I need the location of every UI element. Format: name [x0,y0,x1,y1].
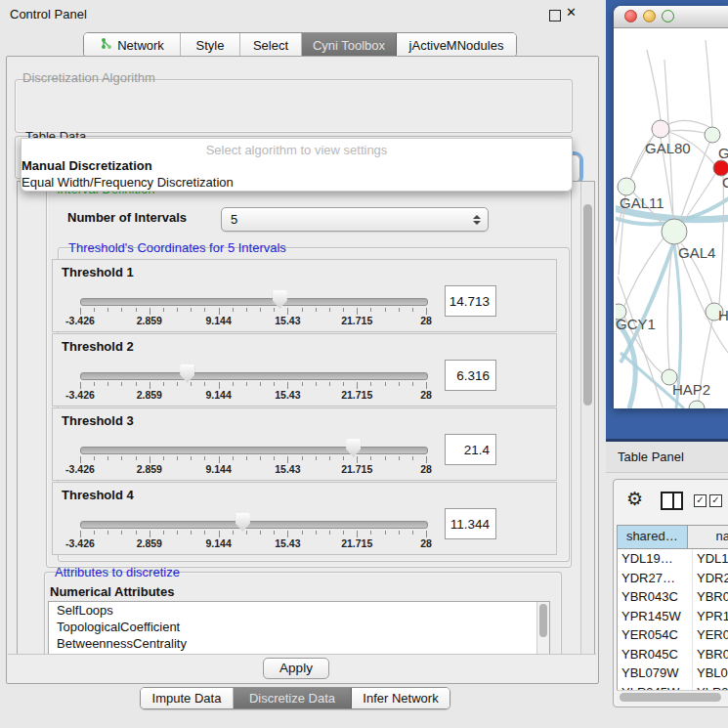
cell-name: YER0 [693,625,728,645]
slider-tick-label: -3.426 [65,389,95,401]
slider-tick [150,531,150,537]
slider-thumb[interactable] [346,439,361,457]
cell-shared-name: YER054C [618,625,693,645]
settings-scrollbar[interactable] [580,182,594,655]
slider-tick [357,308,358,315]
slider-tick-label: 15.43 [275,389,300,401]
numerical-attributes-list[interactable]: SelfLoopsTopologicalCoefficientBetweenne… [48,601,550,655]
tab-style[interactable]: Style [181,33,240,57]
panel-title: Control Panel [10,7,87,21]
algorithm-option[interactable]: Manual Discretization [21,157,572,174]
slider-track[interactable] [80,521,428,529]
slider-tick-label: 9.144 [205,537,231,549]
slider-track[interactable] [80,298,428,306]
attribute-item[interactable]: TopologicalCoefficient [49,619,549,635]
tab-jactivemnodules[interactable]: jActiveMNodules [397,33,516,57]
slider-tick-label: 21.715 [341,537,372,549]
gear-icon[interactable]: ⚙ [626,488,643,509]
attribute-item[interactable]: BetweennessCentrality [49,635,549,652]
threshold-value-field[interactable]: 11.344 [445,508,496,539]
checkbox-icon[interactable]: ✓ [694,494,707,507]
slider-thumb[interactable] [236,513,250,532]
tab-cyni-toolbox[interactable]: Cyni Toolbox [302,33,397,57]
slider-tick [204,456,205,460]
network-edge[interactable] [618,277,663,407]
slider-track[interactable] [80,372,428,380]
table-row[interactable]: YBR043CYBR0 [618,587,728,607]
table-row[interactable]: YPR145WYPR1 [618,607,728,626]
slider-tick [136,531,137,535]
slider-tick [219,531,220,537]
tab-label: Cyni Toolbox [313,38,385,53]
slider-tick [260,382,261,386]
algorithm-hint: Select algorithm to view settings [21,139,572,157]
algorithm-option[interactable]: Equal Width/Frequency Discretization [21,174,572,191]
network-edge[interactable] [624,238,664,306]
network-edge[interactable] [706,40,712,127]
tab-label: Network [117,38,164,53]
slider-tick [204,382,205,386]
table-row[interactable]: YBL079WYBL0 [618,664,728,683]
slider-tick [370,456,371,460]
tab-network[interactable]: Network [84,33,181,57]
minimize-traffic-light[interactable] [643,10,656,22]
slider-tick [204,531,205,535]
float-window-icon[interactable] [549,10,561,21]
network-canvas[interactable]: GAL80GACGAL11GAL4GCY1HHAP2 [616,28,728,408]
slider-tick-label: 2.859 [137,537,162,549]
network-node[interactable] [652,120,669,138]
threshold-label: Threshold 4 [62,488,134,502]
zoom-traffic-light[interactable] [662,10,674,22]
column-layout-icon[interactable] [661,492,683,510]
combo-stepper-icon [472,215,481,225]
table-row[interactable]: YBR045CYBR0 [618,645,728,664]
network-window-titlebar[interactable] [614,6,728,28]
slider-thumb[interactable] [273,290,287,309]
threshold-value-field[interactable]: 21.4 [445,434,496,465]
slider-tick [80,456,81,463]
slider-thumb[interactable] [180,364,194,383]
slider-tick-label: 2.859 [137,463,162,475]
tab-impute-data[interactable]: Impute Data [141,688,234,708]
number-of-intervals-combo[interactable]: 5 [221,207,489,232]
slider-tick [246,531,247,535]
close-traffic-light[interactable] [624,10,637,22]
close-icon[interactable]: ✕ [566,5,577,20]
slider-tick-label: -3.426 [65,537,95,549]
network-edge[interactable] [719,176,724,304]
slider-track[interactable] [80,447,428,454]
tab-discretize-data[interactable]: Discretize Data [234,688,352,708]
attribute-item[interactable]: SelfLoops [49,602,549,619]
network-node[interactable] [618,178,635,195]
tab-select[interactable]: Select [240,33,302,57]
tab-label: Impute Data [152,691,222,706]
checkbox-icon[interactable]: ✓ [709,494,722,507]
network-window: GAL80GACGAL11GAL4GCY1HHAP2 [614,6,728,408]
apply-button[interactable]: Apply [263,658,329,679]
tab-label: jActiveMNodules [409,38,504,53]
slider-tick-label: -3.426 [65,463,95,475]
slider-tick [80,531,81,537]
slider-tick [233,531,234,535]
slider-tick [412,308,413,312]
network-node[interactable] [689,401,705,408]
column-header-shared-name[interactable]: shared… [618,526,688,548]
slider-tick [287,456,288,463]
tab-infer-network[interactable]: Infer Network [352,688,450,708]
network-edge[interactable] [647,50,661,120]
column-header-name[interactable]: na [688,526,728,548]
attributes-scrollbar[interactable] [536,602,549,654]
network-node[interactable] [662,219,687,244]
network-edge[interactable] [669,130,705,133]
settings-scrollbar-thumb[interactable] [583,204,592,406]
table-row[interactable]: YER054CYER0 [618,625,728,645]
network-node[interactable] [705,127,720,143]
table-horizontal-scrollbar[interactable] [617,690,728,704]
table-row[interactable]: YDL19…YDL1 [618,549,728,569]
slider-tick [316,531,317,535]
table-row[interactable]: YDR27…YDR2 [618,569,728,588]
threshold-label: Threshold 3 [62,413,134,428]
threshold-value-field[interactable]: 14.713 [445,285,496,317]
threshold-value-field[interactable]: 6.316 [445,360,496,391]
node-label: HAP2 [672,381,710,398]
